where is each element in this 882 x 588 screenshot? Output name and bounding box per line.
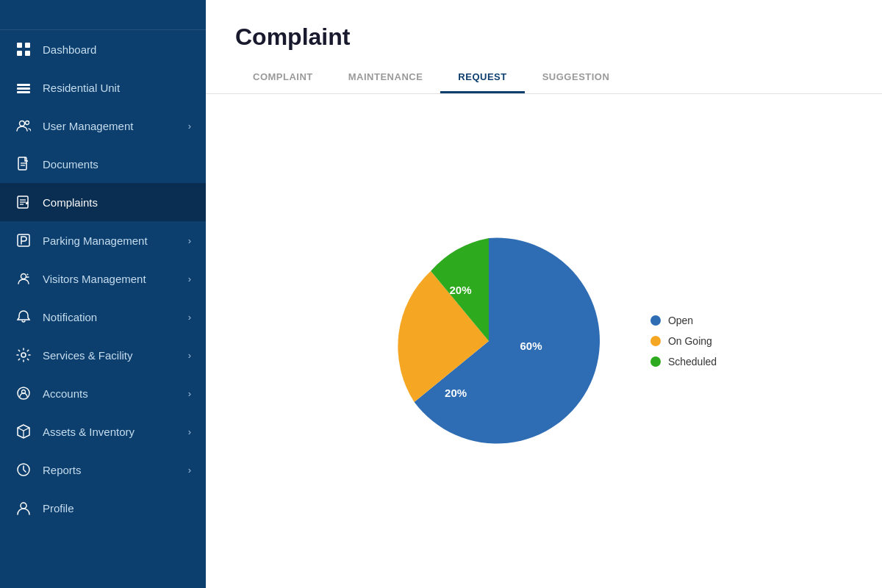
svg-point-18 xyxy=(27,274,29,276)
sidebar-label-reports: Reports xyxy=(43,464,188,476)
svg-point-7 xyxy=(20,121,25,126)
sidebar-label-assets: Assets & Inventory xyxy=(43,426,188,438)
legend-label-ongoing: On Going xyxy=(668,335,712,347)
sidebar-item-parking[interactable]: Parking Management › xyxy=(0,221,206,259)
chevron-right-icon: › xyxy=(188,312,191,323)
settings-icon xyxy=(15,346,32,364)
svg-rect-4 xyxy=(17,84,30,86)
sidebar-label-parking: Parking Management xyxy=(43,234,188,247)
sidebar-label-dashboard: Dashboard xyxy=(43,43,191,56)
chart-container: 60% 20% 20% Open On Going Scheduled xyxy=(371,223,717,459)
file-icon xyxy=(15,155,32,173)
users-icon xyxy=(15,117,32,135)
sidebar-item-services[interactable]: Services & Facility › xyxy=(0,336,206,374)
sidebar-label-documents: Documents xyxy=(43,158,191,171)
chevron-right-icon: › xyxy=(188,426,191,437)
layers-icon xyxy=(15,79,32,96)
sidebar-logo xyxy=(0,0,206,30)
tab-suggestion[interactable]: SUGGESTION xyxy=(525,62,628,93)
tab-complaint[interactable]: COMPLAINT xyxy=(235,62,331,93)
clock-icon xyxy=(15,461,32,478)
svg-point-8 xyxy=(26,121,29,125)
chevron-right-icon: › xyxy=(188,235,191,246)
bell-icon xyxy=(15,308,32,326)
sidebar-item-assets[interactable]: Assets & Inventory › xyxy=(0,412,206,451)
visitor-icon xyxy=(15,270,32,287)
sidebar-item-user-management[interactable]: User Management › xyxy=(0,107,206,145)
legend-item-scheduled: Scheduled xyxy=(650,356,717,368)
page-title: Complaint xyxy=(235,24,853,51)
chart-legend: Open On Going Scheduled xyxy=(650,315,717,368)
sidebar-item-complaints[interactable]: Complaints xyxy=(0,183,206,221)
chevron-right-icon: › xyxy=(188,465,191,476)
sidebar-item-profile[interactable]: Profile xyxy=(0,489,206,527)
svg-rect-1 xyxy=(25,43,30,48)
sidebar-item-residential[interactable]: Residential Unit xyxy=(0,68,206,107)
legend-dot-scheduled xyxy=(650,356,661,367)
chevron-right-icon: › xyxy=(188,350,191,361)
sidebar-item-reports[interactable]: Reports › xyxy=(0,451,206,489)
sidebar-item-accounts[interactable]: Accounts › xyxy=(0,374,206,412)
sidebar-label-user-management: User Management xyxy=(43,120,188,132)
legend-item-open: Open xyxy=(650,315,717,326)
dashboard-icon xyxy=(15,40,32,58)
sidebar-item-dashboard[interactable]: Dashboard xyxy=(0,30,206,68)
sidebar-label-complaints: Complaints xyxy=(43,196,191,209)
svg-point-19 xyxy=(21,353,26,357)
svg-rect-2 xyxy=(17,51,22,56)
legend-label-scheduled: Scheduled xyxy=(668,356,717,368)
legend-dot-open xyxy=(650,315,661,326)
chevron-right-icon: › xyxy=(188,388,191,399)
svg-point-17 xyxy=(21,274,26,279)
parking-icon xyxy=(15,232,32,249)
page-header: Complaint xyxy=(206,0,882,62)
legend-dot-ongoing xyxy=(650,336,661,346)
sidebar-label-notification: Notification xyxy=(43,311,188,323)
chevron-right-icon: › xyxy=(188,121,191,132)
svg-rect-5 xyxy=(17,87,30,90)
edit-icon xyxy=(15,193,32,211)
sidebar-label-services: Services & Facility xyxy=(43,349,188,362)
svg-rect-6 xyxy=(17,91,30,93)
pie-chart: 60% 20% 20% xyxy=(371,223,606,459)
person-icon xyxy=(15,499,32,517)
sidebar-item-notification[interactable]: Notification › xyxy=(0,298,206,336)
sidebar-item-documents[interactable]: Documents xyxy=(0,145,206,183)
svg-point-23 xyxy=(21,503,26,509)
chevron-right-icon: › xyxy=(188,273,191,284)
account-icon xyxy=(15,384,32,402)
svg-rect-3 xyxy=(25,51,30,56)
legend-label-open: Open xyxy=(668,315,693,326)
sidebar: Dashboard Residential Unit User Manageme… xyxy=(0,0,206,588)
tab-request[interactable]: REQUEST xyxy=(440,62,524,93)
sidebar-item-visitors[interactable]: Visitors Management › xyxy=(0,259,206,298)
sidebar-label-profile: Profile xyxy=(43,502,191,514)
legend-item-ongoing: On Going xyxy=(650,335,717,347)
main-content: Complaint COMPLAINT MAINTENANCE REQUEST … xyxy=(206,0,882,588)
sidebar-label-residential: Residential Unit xyxy=(43,82,191,94)
chart-area: 60% 20% 20% Open On Going Scheduled xyxy=(206,94,882,588)
sidebar-label-accounts: Accounts xyxy=(43,387,188,400)
tabs-bar: COMPLAINT MAINTENANCE REQUEST SUGGESTION xyxy=(206,62,882,94)
box-icon xyxy=(15,423,32,440)
sidebar-label-visitors: Visitors Management xyxy=(43,273,188,285)
tab-maintenance[interactable]: MAINTENANCE xyxy=(331,62,441,93)
svg-rect-0 xyxy=(17,43,22,48)
